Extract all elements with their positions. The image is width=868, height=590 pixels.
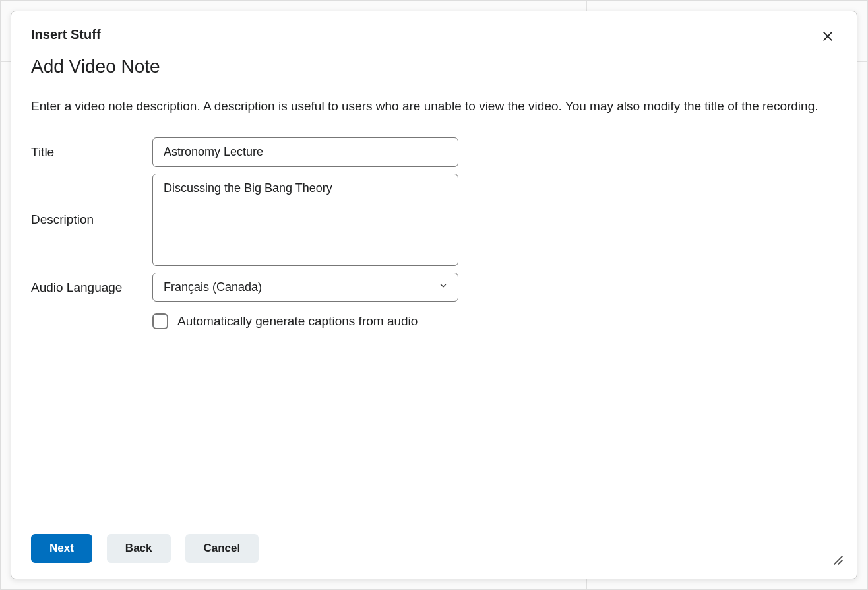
captions-checkbox[interactable] <box>152 313 168 329</box>
captions-checkbox-row: Automatically generate captions from aud… <box>152 313 837 329</box>
captions-checkbox-label[interactable]: Automatically generate captions from aud… <box>177 314 418 329</box>
resize-handle-icon[interactable] <box>830 552 844 566</box>
insert-stuff-modal: Insert Stuff Add Video Note Enter a vide… <box>11 11 857 579</box>
close-icon <box>821 30 834 43</box>
description-textarea[interactable] <box>152 174 458 266</box>
title-row: Title <box>31 137 837 167</box>
title-input[interactable] <box>152 137 458 167</box>
title-label: Title <box>31 137 152 160</box>
close-button[interactable] <box>819 27 837 46</box>
svg-line-2 <box>834 556 842 564</box>
audio-language-row: Audio Language Français (Canada) <box>31 273 837 302</box>
audio-language-select-wrap: Français (Canada) <box>152 273 458 302</box>
audio-language-label: Audio Language <box>31 273 152 295</box>
svg-line-3 <box>838 560 842 564</box>
audio-language-select[interactable]: Français (Canada) <box>152 273 458 302</box>
instruction-text: Enter a video note description. A descri… <box>31 96 837 116</box>
back-button[interactable]: Back <box>107 534 171 563</box>
next-button[interactable]: Next <box>31 534 92 563</box>
cancel-button[interactable]: Cancel <box>185 534 259 563</box>
modal-header: Insert Stuff <box>11 11 857 46</box>
modal-title: Insert Stuff <box>31 27 101 42</box>
modal-body: Enter a video note description. A descri… <box>11 77 857 521</box>
description-row: Description <box>31 174 837 266</box>
modal-subtitle: Add Video Note <box>11 46 857 77</box>
modal-footer: Next Back Cancel <box>11 521 857 579</box>
description-label: Description <box>31 213 152 227</box>
